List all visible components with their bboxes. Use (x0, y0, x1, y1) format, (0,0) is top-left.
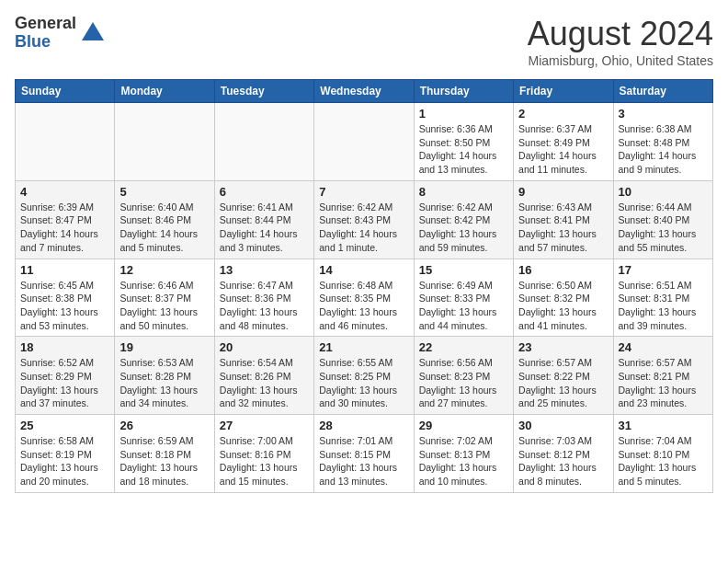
logo-icon (80, 20, 106, 46)
calendar-cell: 17Sunrise: 6:51 AMSunset: 8:31 PMDayligh… (613, 259, 712, 337)
weekday-header: Saturday (613, 80, 712, 103)
calendar-cell: 13Sunrise: 6:47 AMSunset: 8:36 PMDayligh… (214, 259, 313, 337)
calendar-cell: 19Sunrise: 6:53 AMSunset: 8:28 PMDayligh… (115, 337, 214, 415)
calendar-cell: 1Sunrise: 6:36 AMSunset: 8:50 PMDaylight… (414, 103, 513, 181)
calendar-cell: 15Sunrise: 6:49 AMSunset: 8:33 PMDayligh… (414, 259, 513, 337)
day-info: Sunrise: 6:59 AMSunset: 8:18 PMDaylight:… (119, 434, 209, 488)
day-info: Sunrise: 6:36 AMSunset: 8:50 PMDaylight:… (419, 122, 508, 177)
weekday-header: Tuesday (214, 80, 313, 103)
logo-blue: Blue (15, 33, 76, 52)
weekday-header: Friday (514, 80, 613, 103)
day-number: 18 (20, 340, 109, 354)
weekday-header: Sunday (16, 80, 115, 103)
day-number: 6 (220, 185, 309, 199)
day-number: 26 (119, 419, 209, 432)
day-info: Sunrise: 6:39 AMSunset: 8:47 PMDaylight:… (20, 201, 109, 255)
day-number: 30 (518, 419, 608, 432)
calendar-cell: 28Sunrise: 7:01 AMSunset: 8:15 PMDayligh… (314, 415, 414, 493)
weekday-header: Thursday (414, 80, 513, 103)
calendar-week-row: 11Sunrise: 6:45 AMSunset: 8:38 PMDayligh… (16, 259, 713, 337)
location: Miamisburg, Ohio, United States (528, 53, 713, 68)
day-info: Sunrise: 6:51 AMSunset: 8:31 PMDaylight:… (619, 279, 708, 333)
day-number: 28 (319, 419, 408, 432)
day-info: Sunrise: 7:00 AMSunset: 8:16 PMDaylight:… (220, 434, 309, 488)
calendar-cell: 5Sunrise: 6:40 AMSunset: 8:46 PMDaylight… (115, 180, 214, 259)
weekday-header: Monday (115, 80, 214, 103)
day-info: Sunrise: 7:03 AMSunset: 8:12 PMDaylight:… (518, 434, 608, 488)
calendar-cell: 11Sunrise: 6:45 AMSunset: 8:38 PMDayligh… (16, 259, 115, 337)
calendar-cell: 9Sunrise: 6:43 AMSunset: 8:41 PMDaylight… (514, 180, 613, 259)
page-header: General Blue August 2024 Miamisburg, Ohi… (15, 15, 713, 68)
calendar-cell: 30Sunrise: 7:03 AMSunset: 8:12 PMDayligh… (514, 415, 613, 493)
day-info: Sunrise: 6:47 AMSunset: 8:36 PMDaylight:… (220, 279, 309, 333)
calendar-cell: 31Sunrise: 7:04 AMSunset: 8:10 PMDayligh… (613, 415, 712, 493)
month-title: August 2024 (528, 15, 713, 53)
calendar-cell: 20Sunrise: 6:54 AMSunset: 8:26 PMDayligh… (214, 337, 313, 415)
day-number: 8 (419, 185, 508, 199)
day-info: Sunrise: 6:52 AMSunset: 8:29 PMDaylight:… (20, 356, 109, 410)
day-info: Sunrise: 6:57 AMSunset: 8:22 PMDaylight:… (518, 356, 608, 410)
day-number: 24 (619, 340, 708, 354)
calendar-week-row: 4Sunrise: 6:39 AMSunset: 8:47 PMDaylight… (16, 180, 713, 259)
day-number: 22 (419, 340, 508, 354)
calendar-cell: 27Sunrise: 7:00 AMSunset: 8:16 PMDayligh… (214, 415, 313, 493)
calendar-cell: 26Sunrise: 6:59 AMSunset: 8:18 PMDayligh… (115, 415, 214, 493)
day-number: 15 (419, 263, 508, 277)
logo: General Blue (15, 15, 106, 52)
logo-general: General (15, 15, 76, 33)
day-info: Sunrise: 6:42 AMSunset: 8:43 PMDaylight:… (319, 201, 408, 255)
day-number: 16 (518, 263, 608, 277)
day-number: 29 (419, 419, 508, 432)
day-number: 1 (419, 107, 508, 121)
day-number: 23 (518, 340, 608, 354)
day-info: Sunrise: 6:53 AMSunset: 8:28 PMDaylight:… (119, 356, 209, 410)
calendar-cell (314, 103, 414, 181)
day-info: Sunrise: 6:43 AMSunset: 8:41 PMDaylight:… (518, 201, 608, 255)
calendar-cell: 6Sunrise: 6:41 AMSunset: 8:44 PMDaylight… (214, 180, 313, 259)
day-number: 3 (619, 107, 708, 121)
calendar-cell: 12Sunrise: 6:46 AMSunset: 8:37 PMDayligh… (115, 259, 214, 337)
day-number: 9 (518, 185, 608, 199)
day-number: 20 (220, 340, 309, 354)
calendar-cell (214, 103, 313, 181)
calendar-cell: 29Sunrise: 7:02 AMSunset: 8:13 PMDayligh… (414, 415, 513, 493)
calendar-cell: 18Sunrise: 6:52 AMSunset: 8:29 PMDayligh… (16, 337, 115, 415)
weekday-header-row: SundayMondayTuesdayWednesdayThursdayFrid… (16, 80, 713, 103)
day-info: Sunrise: 6:54 AMSunset: 8:26 PMDaylight:… (220, 356, 309, 410)
day-number: 14 (319, 263, 408, 277)
day-info: Sunrise: 6:37 AMSunset: 8:49 PMDaylight:… (518, 122, 608, 177)
day-info: Sunrise: 6:50 AMSunset: 8:32 PMDaylight:… (518, 279, 608, 333)
day-number: 2 (518, 107, 608, 121)
calendar-cell: 21Sunrise: 6:55 AMSunset: 8:25 PMDayligh… (314, 337, 414, 415)
day-info: Sunrise: 6:55 AMSunset: 8:25 PMDaylight:… (319, 356, 408, 410)
day-info: Sunrise: 6:46 AMSunset: 8:37 PMDaylight:… (119, 279, 209, 333)
day-info: Sunrise: 6:38 AMSunset: 8:48 PMDaylight:… (619, 122, 708, 177)
day-number: 7 (319, 185, 408, 199)
day-info: Sunrise: 6:49 AMSunset: 8:33 PMDaylight:… (419, 279, 508, 333)
day-number: 4 (20, 185, 109, 199)
day-number: 10 (619, 185, 708, 199)
calendar-cell: 22Sunrise: 6:56 AMSunset: 8:23 PMDayligh… (414, 337, 513, 415)
day-number: 31 (619, 419, 708, 432)
calendar-cell: 8Sunrise: 6:42 AMSunset: 8:42 PMDaylight… (414, 180, 513, 259)
day-info: Sunrise: 6:58 AMSunset: 8:19 PMDaylight:… (20, 434, 109, 488)
day-number: 27 (220, 419, 309, 432)
day-number: 12 (119, 263, 209, 277)
day-info: Sunrise: 7:02 AMSunset: 8:13 PMDaylight:… (419, 434, 508, 488)
calendar-cell: 23Sunrise: 6:57 AMSunset: 8:22 PMDayligh… (514, 337, 613, 415)
calendar-cell: 4Sunrise: 6:39 AMSunset: 8:47 PMDaylight… (16, 180, 115, 259)
calendar-cell: 7Sunrise: 6:42 AMSunset: 8:43 PMDaylight… (314, 180, 414, 259)
calendar-cell: 24Sunrise: 6:57 AMSunset: 8:21 PMDayligh… (613, 337, 712, 415)
day-number: 5 (119, 185, 209, 199)
calendar-cell (115, 103, 214, 181)
day-number: 13 (220, 263, 309, 277)
weekday-header: Wednesday (314, 80, 414, 103)
calendar-week-row: 25Sunrise: 6:58 AMSunset: 8:19 PMDayligh… (16, 415, 713, 493)
calendar-cell (16, 103, 115, 181)
day-number: 11 (20, 263, 109, 277)
calendar-cell: 14Sunrise: 6:48 AMSunset: 8:35 PMDayligh… (314, 259, 414, 337)
day-number: 17 (619, 263, 708, 277)
day-info: Sunrise: 6:48 AMSunset: 8:35 PMDaylight:… (319, 279, 408, 333)
title-area: August 2024 Miamisburg, Ohio, United Sta… (528, 15, 713, 68)
day-info: Sunrise: 6:41 AMSunset: 8:44 PMDaylight:… (220, 201, 309, 255)
